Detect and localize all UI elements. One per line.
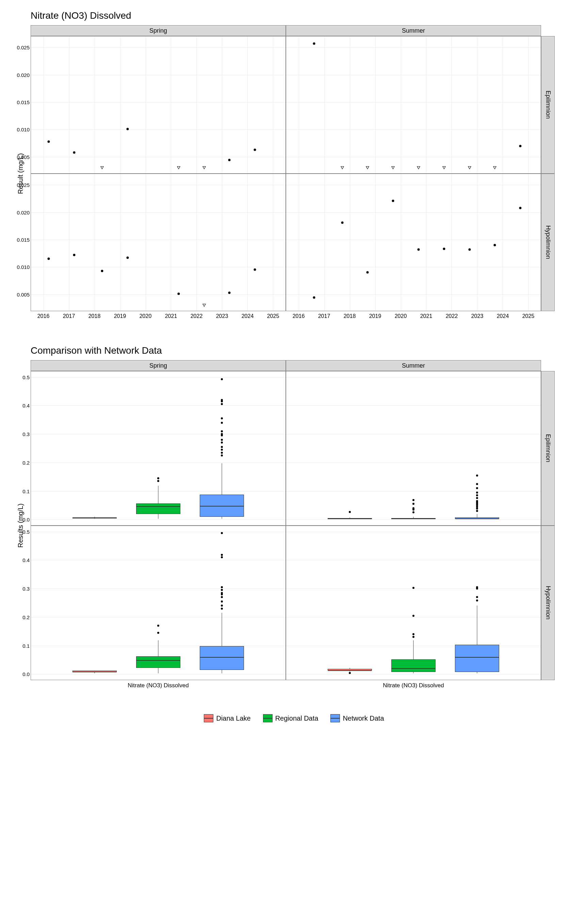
censored-point-icon <box>366 166 369 169</box>
outlier-point <box>221 433 223 435</box>
legend-swatch-network <box>330 714 340 722</box>
outlier-point <box>221 586 223 588</box>
legend-item-network: Network Data <box>330 714 384 722</box>
outlier-point <box>221 605 223 606</box>
outlier-point <box>221 532 223 534</box>
boxplot-box <box>455 517 499 519</box>
chart2-xcat: Nitrate (NO3) Dissolved Nitrate (NO3) Di… <box>31 680 541 694</box>
outlier-point <box>412 507 414 509</box>
chart1-xticks: 2016201720182019202020212022202320242025… <box>31 311 541 325</box>
strip2-summer: Summer <box>286 360 541 371</box>
outlier-point <box>476 510 478 512</box>
outlier-point <box>476 494 478 496</box>
boxplot-box <box>136 503 181 514</box>
strip2-hypolimnion: Hypolimnion <box>541 525 555 680</box>
censored-point-icon <box>177 166 180 169</box>
box-panel-spring-hypo: 0.00.10.20.30.40.5 <box>31 525 286 680</box>
outlier-point <box>221 439 223 441</box>
data-point <box>254 268 256 271</box>
strip-spring: Spring <box>31 25 286 36</box>
outlier-point <box>412 636 414 638</box>
outlier-point <box>221 422 223 424</box>
legend-swatch-regional <box>263 714 273 722</box>
data-point <box>313 296 315 299</box>
outlier-point <box>157 632 159 634</box>
outlier-point <box>221 441 223 443</box>
panel-spring-epilimnion: 0.0050.0100.0150.0200.025 <box>31 36 286 174</box>
outlier-point <box>412 587 414 589</box>
outlier-point <box>221 556 223 558</box>
boxplot-box <box>200 646 244 669</box>
outlier-point <box>221 554 223 556</box>
panel-spring-hypolimnion: 0.0050.0100.0150.0200.025 <box>31 174 286 311</box>
data-point <box>177 293 180 295</box>
data-point <box>127 257 129 259</box>
outlier-point <box>412 499 414 501</box>
outlier-point <box>221 417 223 419</box>
boxplot-box <box>200 495 244 517</box>
outlier-point <box>157 625 159 627</box>
censored-point-icon <box>341 166 344 169</box>
data-point <box>519 207 522 209</box>
boxplot-box <box>328 518 372 519</box>
panel-summer-epilimnion <box>286 36 541 174</box>
outlier-point <box>221 378 223 380</box>
outlier-point <box>349 511 351 513</box>
outlier-point <box>221 399 223 401</box>
censored-point-icon <box>443 166 446 169</box>
legend: Diana Lake Regional Data Network Data <box>10 714 578 722</box>
data-point <box>48 258 50 260</box>
outlier-point <box>476 483 478 485</box>
outlier-point <box>221 596 223 598</box>
outlier-point <box>476 487 478 489</box>
outlier-point <box>349 672 351 674</box>
outlier-point <box>221 430 223 432</box>
data-point <box>367 271 369 274</box>
data-point <box>468 248 471 251</box>
data-point <box>341 221 343 224</box>
outlier-point <box>476 508 478 509</box>
box-panel-summer-hypo <box>286 525 541 680</box>
outlier-point <box>221 449 223 451</box>
boxplot-box <box>136 656 181 668</box>
chart1-title: Nitrate (NO3) Dissolved <box>31 10 578 21</box>
outlier-point <box>476 497 478 499</box>
strip2-spring: Spring <box>31 360 286 371</box>
data-point <box>313 42 315 45</box>
data-point <box>73 254 76 256</box>
data-point <box>254 149 256 151</box>
outlier-point <box>221 403 223 405</box>
outlier-point <box>157 480 159 482</box>
boxplot-box <box>455 645 499 672</box>
box-panel-summer-epi <box>286 371 541 525</box>
data-point <box>127 128 129 130</box>
censored-point-icon <box>468 166 471 169</box>
box-panel-spring-epi: 0.00.10.20.30.40.5 <box>31 371 286 525</box>
boxplot-box <box>391 660 436 672</box>
strip-hypolimnion: Hypolimnion <box>541 174 555 311</box>
boxplot-box <box>73 517 117 519</box>
legend-item-regional: Regional Data <box>263 714 318 722</box>
outlier-point <box>221 592 223 594</box>
data-point <box>48 140 50 142</box>
censored-point-icon <box>391 166 395 169</box>
data-point <box>101 270 103 272</box>
data-point <box>494 244 496 246</box>
data-point <box>392 199 394 202</box>
outlier-point <box>476 475 478 477</box>
data-point <box>443 248 445 250</box>
outlier-point <box>412 503 414 505</box>
strip2-epilimnion: Epilimnion <box>541 371 555 525</box>
outlier-point <box>412 511 414 513</box>
boxplot-box <box>328 669 372 671</box>
strip-summer: Summer <box>286 25 541 36</box>
censored-point-icon <box>493 166 496 169</box>
data-point <box>417 248 420 251</box>
data-point <box>228 291 231 294</box>
legend-swatch-diana <box>204 714 213 722</box>
outlier-point <box>412 633 414 635</box>
data-point <box>73 151 76 154</box>
outlier-point <box>221 454 223 456</box>
chart2-title: Comparison with Network Data <box>31 345 578 356</box>
data-point <box>228 159 231 162</box>
